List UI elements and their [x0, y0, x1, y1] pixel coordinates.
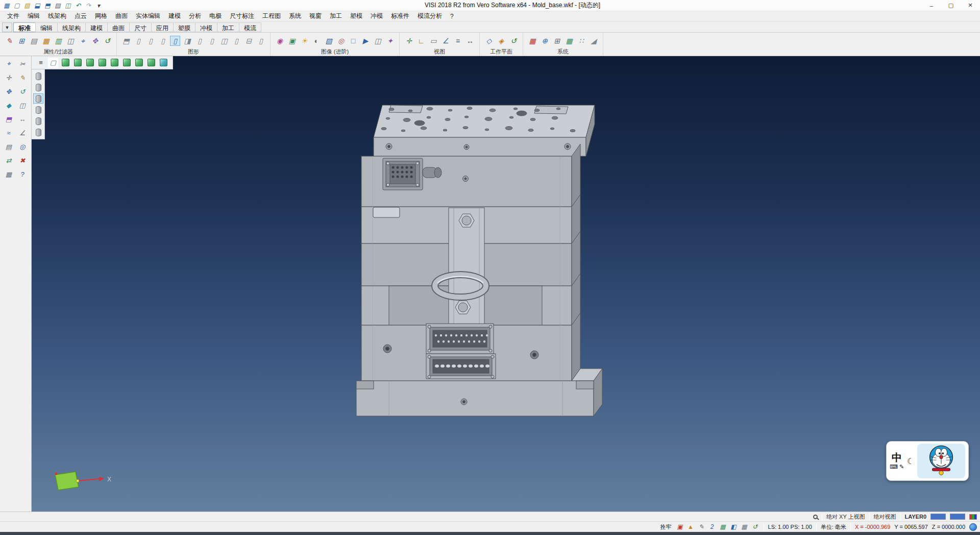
tab-molding[interactable]: 塑膜	[173, 22, 195, 32]
align-view-icon[interactable]: ≡	[453, 36, 463, 46]
menu-window[interactable]: 视窗	[305, 11, 326, 21]
menu-standard-parts[interactable]: 标准件	[387, 11, 413, 21]
tab-flow[interactable]: 模流	[239, 22, 261, 32]
trim-icon[interactable]: ✂	[17, 58, 28, 69]
axonometric-view-icon[interactable]	[60, 58, 70, 68]
menu-dimension[interactable]: 尺寸标注	[226, 11, 258, 21]
menu-drafting[interactable]: 工程图	[258, 11, 285, 21]
system-snap-icon[interactable]: ∷	[576, 36, 586, 46]
select-point-icon[interactable]: ⌖	[3, 58, 14, 69]
workplane-reset-icon[interactable]: ↺	[508, 36, 519, 46]
save-all-icon[interactable]: ⬒	[43, 1, 52, 10]
material-icon[interactable]: ▣	[287, 36, 297, 46]
filter-color-icon[interactable]: ▦	[41, 36, 51, 46]
menu-edit[interactable]: 编辑	[23, 11, 44, 21]
color-mode-icon[interactable]	[969, 514, 977, 520]
display-filter-icon-6[interactable]	[33, 127, 43, 137]
left-view-icon[interactable]	[109, 58, 119, 68]
filter-element-icon[interactable]: ◫	[65, 36, 76, 46]
filter-layer-icon[interactable]: ▤	[29, 36, 39, 46]
search-icon[interactable]	[813, 515, 818, 519]
tab-modeling[interactable]: 建模	[85, 22, 108, 32]
move-icon[interactable]: ✥	[3, 86, 14, 97]
menu-help[interactable]: ?	[446, 12, 458, 21]
menu-file[interactable]: 文件	[3, 11, 23, 21]
stereo-icon[interactable]: ◫	[373, 36, 383, 46]
front-view-icon[interactable]	[72, 58, 83, 68]
tab-die[interactable]: 冲模	[195, 22, 217, 32]
redo-icon[interactable]: ↷	[84, 1, 93, 10]
mold-base-model[interactable]	[32, 56, 980, 512]
shaded-mode-icon[interactable]: ▢	[48, 58, 58, 68]
menu-surface[interactable]: 曲面	[111, 11, 132, 21]
plot-icon[interactable]: ◫	[63, 1, 72, 10]
ime-toolbar[interactable]: 中 ⌨ ✎ ☾	[886, 441, 969, 481]
graphics-layout-icon-9[interactable]: ◫	[219, 36, 229, 46]
lock-toggle[interactable]: 拴牢	[660, 523, 672, 531]
menu-electrode[interactable]: 电极	[205, 11, 226, 21]
system-render-icon[interactable]: ◢	[589, 36, 599, 46]
close-button[interactable]: ✕	[961, 0, 980, 11]
tab-edit[interactable]: 编辑	[35, 22, 58, 32]
menu-mesh[interactable]: 网格	[91, 11, 111, 21]
ucs-toggle-icon[interactable]: ▲	[687, 523, 695, 531]
menu-machining[interactable]: 加工	[326, 11, 346, 21]
snapshot-icon[interactable]: □	[348, 36, 358, 46]
bottom-view-icon[interactable]	[134, 58, 144, 68]
angle-tool-icon[interactable]: ∠	[17, 127, 28, 138]
tab-dropdown-icon[interactable]: ▼	[2, 22, 12, 32]
filter-type-icon[interactable]: ▥	[53, 36, 63, 46]
minicube-icon[interactable]: ◧	[729, 523, 738, 531]
right-view-icon[interactable]	[97, 58, 107, 68]
snap-toggle-icon[interactable]: ▣	[676, 523, 684, 531]
view-mode-label[interactable]: 绝对 XY 上视图	[826, 513, 865, 521]
display-filter-icon-5[interactable]	[33, 116, 43, 126]
grid-toggle-icon[interactable]: ▦	[740, 523, 749, 531]
layer-color-swatch-2[interactable]	[950, 514, 965, 520]
menu-die[interactable]: 冲模	[366, 11, 387, 21]
dimension-icon[interactable]: ↔	[465, 36, 475, 46]
solid-tool-icon[interactable]: ⬒	[3, 113, 14, 125]
refresh-toggle-icon[interactable]: ↺	[751, 523, 760, 531]
ime-keyboard-icon[interactable]: ⌨	[890, 464, 898, 470]
new-file-icon[interactable]: ▢	[12, 1, 21, 10]
filter-reset-icon[interactable]: ↺	[102, 36, 112, 46]
hatch-icon[interactable]: ▦	[3, 168, 14, 180]
ruler-icon[interactable]: ▭	[428, 36, 438, 46]
mirror-icon[interactable]: ◫	[17, 100, 28, 111]
shadow-icon[interactable]: ◐	[311, 36, 322, 46]
tab-standard[interactable]: 标准	[13, 22, 36, 32]
delete-icon[interactable]: ✖	[17, 155, 28, 166]
render-icon[interactable]: ◉	[275, 36, 285, 46]
ime-tool-icon[interactable]: ✎	[899, 464, 904, 470]
graphics-layout-icon-11[interactable]: ⊟	[243, 36, 254, 46]
help-icon[interactable]: ?	[17, 168, 28, 180]
sketch-icon[interactable]: ✎	[17, 72, 28, 83]
active-layer-label[interactable]: LAYER0	[905, 514, 926, 520]
layers-icon[interactable]: ▤	[3, 141, 14, 152]
viewbar-menu-icon[interactable]: ≡	[36, 58, 46, 68]
graphics-layout-icon-1[interactable]: ⬒	[121, 36, 131, 46]
system-colors-icon[interactable]: ▦	[527, 36, 537, 46]
angle-icon[interactable]: ∠	[440, 36, 451, 46]
visi-logo-icon[interactable]	[969, 523, 977, 531]
display-filter-icon-3[interactable]	[33, 93, 43, 104]
menu-system[interactable]: 系统	[285, 11, 305, 21]
curve-tool-icon[interactable]: ≈	[3, 127, 14, 138]
crosshair-icon[interactable]: ✛	[3, 72, 14, 83]
graphics-layout-icon-2[interactable]: ▯	[133, 36, 143, 46]
absolute-view-label[interactable]: 绝对视图	[874, 513, 896, 521]
undo-icon[interactable]: ↶	[74, 1, 83, 10]
ime-fullwidth-icon[interactable]: ☾	[907, 456, 914, 466]
display-filter-icon-4[interactable]	[33, 105, 43, 115]
swap-icon[interactable]: ⇄	[3, 155, 14, 166]
qat-dropdown-icon[interactable]: ▾	[94, 1, 103, 10]
print-icon[interactable]: ▤	[53, 1, 62, 10]
graphics-layout-icon-3[interactable]: ▯	[145, 36, 156, 46]
tab-surface[interactable]: 曲面	[107, 22, 130, 32]
ime-mode-indicator[interactable]: 中	[892, 452, 902, 463]
tab-machining[interactable]: 加工	[217, 22, 239, 32]
system-globe-icon[interactable]: ⊕	[540, 36, 550, 46]
3d-viewport[interactable]: ≡▢ X 中 ⌨ ✎ ☾	[32, 56, 980, 512]
advanced-render-icon[interactable]: ✦	[385, 36, 395, 46]
